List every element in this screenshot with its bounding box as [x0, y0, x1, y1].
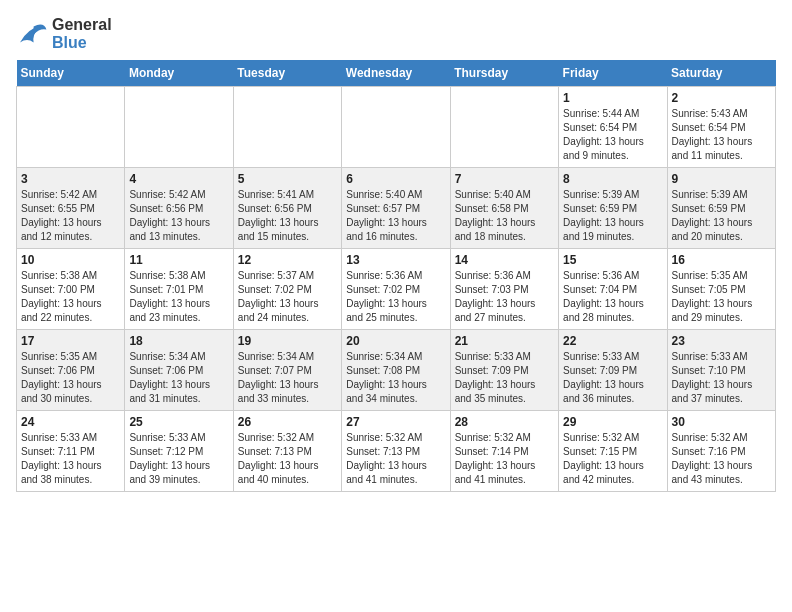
day-number: 4 [129, 172, 228, 186]
day-info: Sunrise: 5:37 AM Sunset: 7:02 PM Dayligh… [238, 269, 337, 325]
day-number: 30 [672, 415, 771, 429]
calendar-cell: 9Sunrise: 5:39 AM Sunset: 6:59 PM Daylig… [667, 168, 775, 249]
calendar-cell: 19Sunrise: 5:34 AM Sunset: 7:07 PM Dayli… [233, 330, 341, 411]
day-number: 28 [455, 415, 554, 429]
day-number: 8 [563, 172, 662, 186]
day-info: Sunrise: 5:39 AM Sunset: 6:59 PM Dayligh… [672, 188, 771, 244]
day-info: Sunrise: 5:40 AM Sunset: 6:58 PM Dayligh… [455, 188, 554, 244]
calendar-cell: 17Sunrise: 5:35 AM Sunset: 7:06 PM Dayli… [17, 330, 125, 411]
day-number: 13 [346, 253, 445, 267]
day-number: 26 [238, 415, 337, 429]
day-info: Sunrise: 5:42 AM Sunset: 6:55 PM Dayligh… [21, 188, 120, 244]
day-number: 5 [238, 172, 337, 186]
day-info: Sunrise: 5:44 AM Sunset: 6:54 PM Dayligh… [563, 107, 662, 163]
day-number: 16 [672, 253, 771, 267]
day-info: Sunrise: 5:36 AM Sunset: 7:03 PM Dayligh… [455, 269, 554, 325]
calendar-header-thursday: Thursday [450, 60, 558, 87]
day-number: 24 [21, 415, 120, 429]
calendar-header-wednesday: Wednesday [342, 60, 450, 87]
day-info: Sunrise: 5:38 AM Sunset: 7:01 PM Dayligh… [129, 269, 228, 325]
calendar-cell: 24Sunrise: 5:33 AM Sunset: 7:11 PM Dayli… [17, 411, 125, 492]
calendar-cell: 6Sunrise: 5:40 AM Sunset: 6:57 PM Daylig… [342, 168, 450, 249]
day-number: 25 [129, 415, 228, 429]
calendar-header-friday: Friday [559, 60, 667, 87]
day-info: Sunrise: 5:38 AM Sunset: 7:00 PM Dayligh… [21, 269, 120, 325]
calendar-cell: 1Sunrise: 5:44 AM Sunset: 6:54 PM Daylig… [559, 87, 667, 168]
calendar-table: SundayMondayTuesdayWednesdayThursdayFrid… [16, 60, 776, 492]
day-number: 29 [563, 415, 662, 429]
calendar-cell: 12Sunrise: 5:37 AM Sunset: 7:02 PM Dayli… [233, 249, 341, 330]
day-number: 15 [563, 253, 662, 267]
calendar-cell: 25Sunrise: 5:33 AM Sunset: 7:12 PM Dayli… [125, 411, 233, 492]
day-number: 18 [129, 334, 228, 348]
calendar-week-row: 1Sunrise: 5:44 AM Sunset: 6:54 PM Daylig… [17, 87, 776, 168]
calendar-cell: 2Sunrise: 5:43 AM Sunset: 6:54 PM Daylig… [667, 87, 775, 168]
day-info: Sunrise: 5:33 AM Sunset: 7:12 PM Dayligh… [129, 431, 228, 487]
logo: General Blue [16, 16, 112, 52]
calendar-cell [450, 87, 558, 168]
calendar-header-tuesday: Tuesday [233, 60, 341, 87]
calendar-cell: 15Sunrise: 5:36 AM Sunset: 7:04 PM Dayli… [559, 249, 667, 330]
header: General Blue [16, 16, 776, 52]
calendar-cell: 4Sunrise: 5:42 AM Sunset: 6:56 PM Daylig… [125, 168, 233, 249]
day-number: 19 [238, 334, 337, 348]
logo-icon [16, 20, 48, 48]
day-number: 2 [672, 91, 771, 105]
day-number: 21 [455, 334, 554, 348]
day-info: Sunrise: 5:41 AM Sunset: 6:56 PM Dayligh… [238, 188, 337, 244]
day-info: Sunrise: 5:40 AM Sunset: 6:57 PM Dayligh… [346, 188, 445, 244]
day-number: 17 [21, 334, 120, 348]
calendar-week-row: 24Sunrise: 5:33 AM Sunset: 7:11 PM Dayli… [17, 411, 776, 492]
calendar-header-row: SundayMondayTuesdayWednesdayThursdayFrid… [17, 60, 776, 87]
calendar-cell [125, 87, 233, 168]
calendar-cell: 3Sunrise: 5:42 AM Sunset: 6:55 PM Daylig… [17, 168, 125, 249]
day-info: Sunrise: 5:33 AM Sunset: 7:09 PM Dayligh… [563, 350, 662, 406]
calendar-cell: 20Sunrise: 5:34 AM Sunset: 7:08 PM Dayli… [342, 330, 450, 411]
day-number: 9 [672, 172, 771, 186]
day-number: 3 [21, 172, 120, 186]
calendar-cell: 16Sunrise: 5:35 AM Sunset: 7:05 PM Dayli… [667, 249, 775, 330]
day-info: Sunrise: 5:32 AM Sunset: 7:15 PM Dayligh… [563, 431, 662, 487]
calendar-cell [233, 87, 341, 168]
calendar-header-saturday: Saturday [667, 60, 775, 87]
day-number: 1 [563, 91, 662, 105]
day-number: 20 [346, 334, 445, 348]
day-info: Sunrise: 5:36 AM Sunset: 7:04 PM Dayligh… [563, 269, 662, 325]
calendar-cell: 11Sunrise: 5:38 AM Sunset: 7:01 PM Dayli… [125, 249, 233, 330]
calendar-cell: 23Sunrise: 5:33 AM Sunset: 7:10 PM Dayli… [667, 330, 775, 411]
calendar-cell: 27Sunrise: 5:32 AM Sunset: 7:13 PM Dayli… [342, 411, 450, 492]
calendar-cell: 29Sunrise: 5:32 AM Sunset: 7:15 PM Dayli… [559, 411, 667, 492]
day-number: 23 [672, 334, 771, 348]
calendar-header-monday: Monday [125, 60, 233, 87]
day-info: Sunrise: 5:33 AM Sunset: 7:10 PM Dayligh… [672, 350, 771, 406]
calendar-week-row: 10Sunrise: 5:38 AM Sunset: 7:00 PM Dayli… [17, 249, 776, 330]
day-info: Sunrise: 5:32 AM Sunset: 7:13 PM Dayligh… [346, 431, 445, 487]
day-number: 6 [346, 172, 445, 186]
day-info: Sunrise: 5:33 AM Sunset: 7:11 PM Dayligh… [21, 431, 120, 487]
day-info: Sunrise: 5:33 AM Sunset: 7:09 PM Dayligh… [455, 350, 554, 406]
calendar-cell: 8Sunrise: 5:39 AM Sunset: 6:59 PM Daylig… [559, 168, 667, 249]
calendar-week-row: 3Sunrise: 5:42 AM Sunset: 6:55 PM Daylig… [17, 168, 776, 249]
day-info: Sunrise: 5:39 AM Sunset: 6:59 PM Dayligh… [563, 188, 662, 244]
calendar-cell: 7Sunrise: 5:40 AM Sunset: 6:58 PM Daylig… [450, 168, 558, 249]
calendar-cell: 30Sunrise: 5:32 AM Sunset: 7:16 PM Dayli… [667, 411, 775, 492]
calendar-cell [342, 87, 450, 168]
day-info: Sunrise: 5:35 AM Sunset: 7:05 PM Dayligh… [672, 269, 771, 325]
day-number: 14 [455, 253, 554, 267]
calendar-cell: 5Sunrise: 5:41 AM Sunset: 6:56 PM Daylig… [233, 168, 341, 249]
day-info: Sunrise: 5:35 AM Sunset: 7:06 PM Dayligh… [21, 350, 120, 406]
calendar-week-row: 17Sunrise: 5:35 AM Sunset: 7:06 PM Dayli… [17, 330, 776, 411]
day-info: Sunrise: 5:43 AM Sunset: 6:54 PM Dayligh… [672, 107, 771, 163]
day-number: 22 [563, 334, 662, 348]
day-number: 10 [21, 253, 120, 267]
day-info: Sunrise: 5:32 AM Sunset: 7:14 PM Dayligh… [455, 431, 554, 487]
day-info: Sunrise: 5:32 AM Sunset: 7:13 PM Dayligh… [238, 431, 337, 487]
day-info: Sunrise: 5:34 AM Sunset: 7:06 PM Dayligh… [129, 350, 228, 406]
day-info: Sunrise: 5:32 AM Sunset: 7:16 PM Dayligh… [672, 431, 771, 487]
calendar-cell [17, 87, 125, 168]
day-number: 7 [455, 172, 554, 186]
calendar-cell: 13Sunrise: 5:36 AM Sunset: 7:02 PM Dayli… [342, 249, 450, 330]
day-info: Sunrise: 5:34 AM Sunset: 7:08 PM Dayligh… [346, 350, 445, 406]
day-info: Sunrise: 5:34 AM Sunset: 7:07 PM Dayligh… [238, 350, 337, 406]
calendar-cell: 10Sunrise: 5:38 AM Sunset: 7:00 PM Dayli… [17, 249, 125, 330]
